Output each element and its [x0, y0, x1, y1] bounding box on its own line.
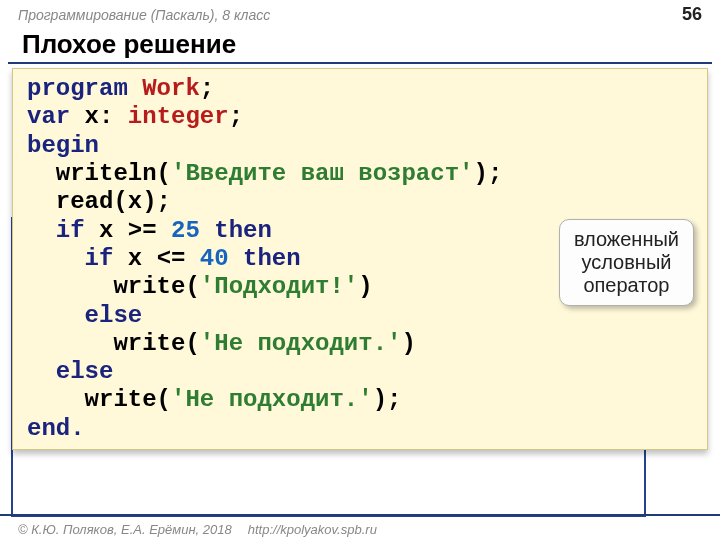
code-line-2: var x: integer;	[27, 103, 697, 131]
copyright: © К.Ю. Поляков, Е.А. Ерёмин, 2018	[18, 522, 232, 537]
slide: Программирование (Паскаль), 8 класс 56 П…	[0, 0, 720, 540]
footer: © К.Ю. Поляков, Е.А. Ерёмин, 2018 http:/…	[0, 514, 720, 540]
callout-line-1: вложенный	[574, 228, 679, 251]
code-line-13: end.	[27, 415, 697, 443]
callout-line-3: оператор	[574, 274, 679, 297]
page-title: Плохое решение	[0, 25, 720, 62]
code-line-1: program Work;	[27, 75, 697, 103]
code-line-12: write('Не подходит.');	[27, 386, 697, 414]
code-line-5: read(x);	[27, 188, 697, 216]
code-line-10: write('Не подходит.')	[27, 330, 697, 358]
slide-body: program Work; var x: integer; begin writ…	[0, 64, 720, 540]
callout-line-2: условный	[574, 251, 679, 274]
course-label: Программирование (Паскаль), 8 класс	[18, 7, 270, 23]
code-line-11: else	[27, 358, 697, 386]
code-line-3: begin	[27, 132, 697, 160]
page-number: 56	[682, 4, 702, 25]
code-line-4: writeln('Введите ваш возраст');	[27, 160, 697, 188]
callout-annotation: вложенный условный оператор	[559, 219, 694, 306]
top-bar: Программирование (Паскаль), 8 класс 56	[0, 0, 720, 25]
footer-url: http://kpolyakov.spb.ru	[248, 522, 377, 537]
